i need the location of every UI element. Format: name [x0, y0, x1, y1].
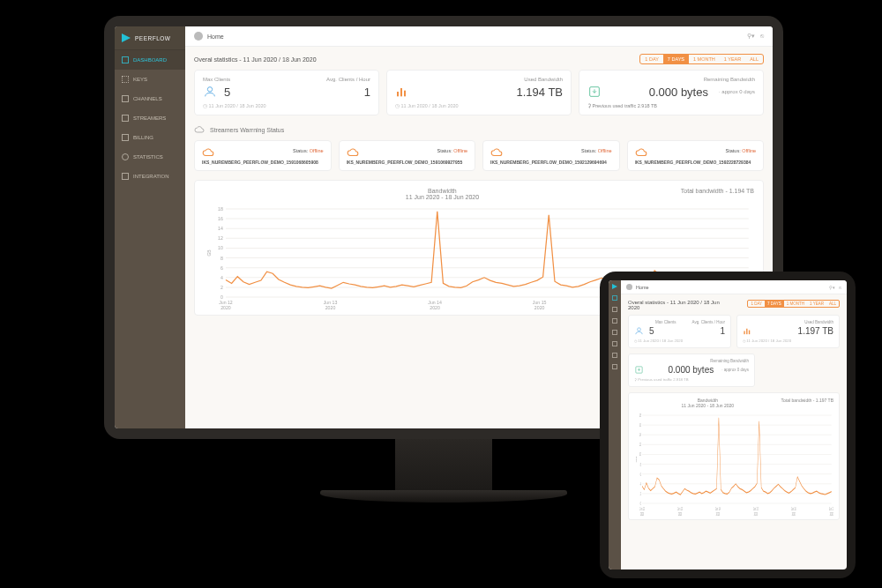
- sidebar-item-integration[interactable]: INTEGRATION: [115, 167, 185, 186]
- svg-rect-41: [749, 331, 750, 335]
- chart-total: Total bandwidth - 1.194 TB: [681, 188, 754, 200]
- svg-text:0: 0: [220, 294, 223, 300]
- sidebar: PEERFLOW DASHBOARD KEYS CHANNELS STREAME…: [115, 26, 185, 428]
- svg-text:14: 14: [218, 226, 223, 231]
- svg-text:2020: 2020: [534, 305, 545, 310]
- svg-text:2020: 2020: [325, 305, 336, 310]
- billing-icon: [122, 134, 129, 141]
- sidebar-item-channels[interactable]: [612, 318, 617, 324]
- sidebar-item-channels[interactable]: CHANNELS: [115, 89, 185, 108]
- bandwidth-chart: 024681012141618GBJun 122020Jun 132020Jun…: [634, 412, 833, 517]
- svg-text:Jun 17: Jun 17: [829, 507, 833, 511]
- logout-icon[interactable]: ⎋: [839, 285, 841, 290]
- sidebar-item-keys[interactable]: KEYS: [115, 70, 185, 89]
- svg-text:Jun 15: Jun 15: [533, 300, 547, 305]
- streamer-card[interactable]: Status: Offline IKS_NUREMBERG_PEERFLOW_D…: [482, 140, 620, 171]
- card-clients: Max Clients Avg. Clients / Hour 5 1: [194, 70, 379, 115]
- range-1year[interactable]: 1 YEAR: [807, 301, 826, 307]
- bandwidth-chart-card: Bandwidth 11 Jun 2020 - 18 Jun 2020 Tota…: [628, 392, 840, 520]
- svg-text:16: 16: [639, 423, 641, 428]
- play-icon[interactable]: [612, 284, 617, 289]
- logout-icon[interactable]: ⎋: [760, 33, 764, 40]
- cloud-icon: [490, 146, 503, 155]
- sidebar-item-label: BILLING: [133, 135, 153, 140]
- tablet-device-frame: Home ⚲▾ ⎋ Overal statistics - 11 Jun 202…: [600, 272, 856, 578]
- streamer-card[interactable]: Status: Offline IKS_NUREMBERG_PEERFLOW_D…: [194, 140, 332, 171]
- device-stand-foot: [320, 490, 567, 502]
- range-1month[interactable]: 1 MONTH: [689, 55, 720, 63]
- value-remaining-bandwidth: 0.000 bytes: [649, 86, 708, 99]
- avatar[interactable]: [626, 284, 632, 290]
- cloud-icon: [194, 124, 205, 135]
- svg-text:4: 4: [640, 482, 641, 487]
- range-7days[interactable]: 7 DAYS: [663, 55, 689, 63]
- svg-text:18: 18: [639, 413, 641, 418]
- status-badge: Offline: [598, 148, 612, 153]
- svg-text:16: 16: [218, 216, 223, 221]
- date-range-group: 1 DAY 7 DAYS 1 MONTH 1 YEAR ALL: [639, 54, 764, 64]
- status-badge: Offline: [453, 148, 467, 153]
- svg-text:GB: GB: [206, 249, 212, 257]
- user-icon: [634, 326, 644, 336]
- svg-point-0: [207, 87, 212, 92]
- label-max-clients: Max Clients: [203, 77, 230, 82]
- svg-text:14: 14: [639, 433, 641, 437]
- sidebar-item-integration[interactable]: [612, 364, 617, 369]
- breadcrumb: Home: [636, 285, 649, 290]
- sidebar-item-dashboard[interactable]: DASHBOARD: [115, 50, 185, 70]
- svg-text:6: 6: [220, 265, 223, 271]
- tablet-main: Home ⚲▾ ⎋ Overal statistics - 11 Jun 202…: [621, 280, 847, 569]
- svg-text:2020: 2020: [792, 512, 796, 517]
- sidebar-item-statistics[interactable]: STATISTICS: [115, 147, 185, 167]
- sidebar-item-label: STREAMERS: [133, 115, 166, 121]
- streamer-card[interactable]: Status: Offline IKS_NUREMBERG_PEERFLOW_D…: [627, 140, 765, 171]
- range-all[interactable]: ALL: [745, 55, 763, 63]
- range-1year[interactable]: 1 YEAR: [720, 55, 745, 63]
- value-remaining-suffix: · approx 0 days: [719, 89, 755, 94]
- sidebar-item-statistics[interactable]: [612, 353, 617, 358]
- svg-text:Jun 14: Jun 14: [428, 300, 442, 305]
- chart-subtitle: 11 Jun 2020 - 18 Jun 2020: [204, 194, 681, 200]
- svg-text:Jun 14: Jun 14: [715, 507, 721, 511]
- streamer-name: IKS_NUREMBERG_PEERFLOW_DEMO_159212969469…: [490, 160, 612, 165]
- bars-icon: [395, 85, 409, 99]
- card-remaining-bandwidth: Remaining Bandwidth 0.000 bytes · approx…: [628, 354, 755, 387]
- range-1month[interactable]: 1 MONTH: [784, 301, 807, 307]
- svg-text:2020: 2020: [220, 305, 231, 310]
- cloud-icon: [635, 146, 647, 155]
- tablet-sidebar: [609, 280, 621, 569]
- sidebar-item-streamers[interactable]: STREAMERS: [115, 108, 185, 128]
- range-1day[interactable]: 1 DAY: [640, 55, 663, 63]
- sidebar-item-dashboard[interactable]: [612, 295, 617, 301]
- status-badge: Offline: [742, 148, 756, 153]
- svg-text:Jun 13: Jun 13: [324, 300, 338, 305]
- svg-text:10: 10: [639, 452, 641, 457]
- range-all[interactable]: ALL: [826, 301, 839, 307]
- svg-text:12: 12: [639, 443, 641, 447]
- svg-text:Jun 13: Jun 13: [677, 507, 683, 511]
- range-1day[interactable]: 1 DAY: [748, 301, 765, 307]
- user-menu-icon[interactable]: ⚲▾: [829, 285, 835, 290]
- chart-subtitle: 11 Jun 2020 - 18 Jun 2020: [634, 403, 781, 408]
- streamer-card[interactable]: Status: Offline IKS_NUREMBERG_PEERFLOW_D…: [339, 140, 476, 171]
- cloud-icon: [202, 146, 214, 155]
- label-remaining-bandwidth: Remaining Bandwidth: [704, 77, 755, 82]
- download-icon: [634, 365, 644, 375]
- svg-text:Jun 16: Jun 16: [791, 507, 796, 511]
- svg-text:0: 0: [640, 502, 641, 506]
- svg-text:2020: 2020: [716, 512, 720, 517]
- cloud-icon: [347, 146, 359, 155]
- brand[interactable]: PEERFLOW: [115, 26, 185, 50]
- sidebar-item-billing[interactable]: BILLING: [115, 128, 185, 147]
- user-menu-icon[interactable]: ⚲▾: [747, 33, 755, 40]
- svg-rect-39: [744, 331, 744, 335]
- dashboard-icon: [122, 56, 129, 63]
- download-icon: [587, 85, 602, 99]
- sidebar-item-streamers[interactable]: [612, 330, 617, 335]
- avatar[interactable]: [194, 32, 203, 41]
- svg-text:2020: 2020: [640, 512, 644, 517]
- card-used-bandwidth: Used Bandwidth 1.194 TB ◷ 11 Jun 2020 / …: [386, 70, 572, 115]
- range-7days[interactable]: 7 DAYS: [765, 301, 784, 307]
- sidebar-item-billing[interactable]: [612, 341, 617, 346]
- sidebar-item-keys[interactable]: [612, 307, 617, 312]
